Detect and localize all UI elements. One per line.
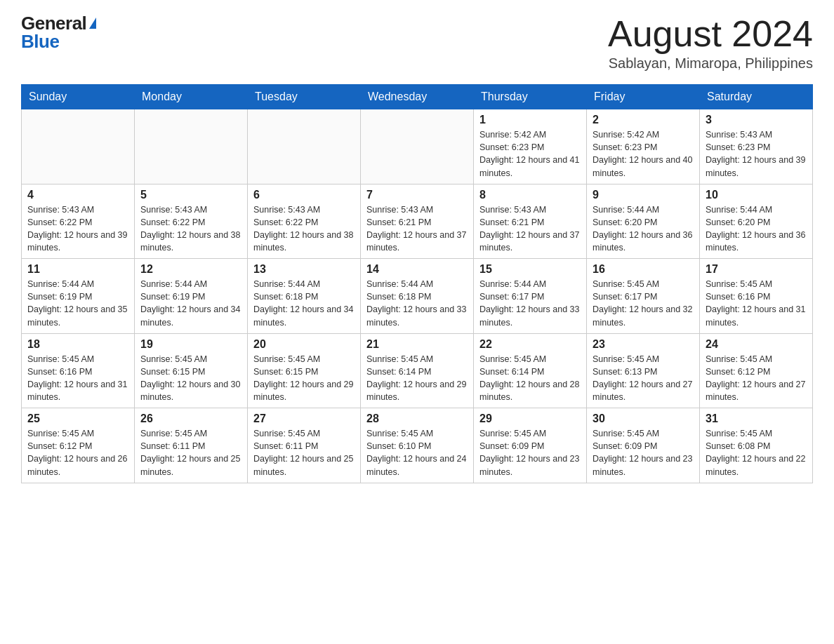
day-info: Sunrise: 5:45 AMSunset: 6:15 PMDaylight:… [140, 353, 241, 404]
weekday-header-sunday: Sunday [22, 85, 135, 109]
calendar-cell: 10Sunrise: 5:44 AMSunset: 6:20 PMDayligh… [700, 184, 813, 259]
weekday-header-wednesday: Wednesday [361, 85, 474, 109]
day-info: Sunrise: 5:45 AMSunset: 6:10 PMDaylight:… [366, 427, 468, 478]
day-info: Sunrise: 5:45 AMSunset: 6:11 PMDaylight:… [140, 427, 241, 478]
day-number: 2 [593, 114, 694, 126]
day-number: 15 [479, 263, 581, 276]
calendar-cell: 23Sunrise: 5:45 AMSunset: 6:13 PMDayligh… [587, 333, 700, 408]
calendar-cell: 14Sunrise: 5:44 AMSunset: 6:18 PMDayligh… [361, 259, 474, 334]
day-number: 21 [366, 338, 468, 351]
day-number: 11 [27, 263, 128, 276]
day-number: 8 [479, 189, 581, 201]
day-info: Sunrise: 5:42 AMSunset: 6:23 PMDaylight:… [479, 128, 581, 180]
day-info: Sunrise: 5:44 AMSunset: 6:19 PMDaylight:… [140, 278, 241, 329]
logo-blue-text: Blue [21, 32, 59, 51]
day-number: 20 [253, 338, 355, 351]
month-year-title: August 2024 [608, 14, 813, 54]
calendar-cell: 31Sunrise: 5:45 AMSunset: 6:08 PMDayligh… [700, 408, 813, 483]
day-info: Sunrise: 5:45 AMSunset: 6:14 PMDaylight:… [479, 353, 581, 404]
day-info: Sunrise: 5:43 AMSunset: 6:21 PMDaylight:… [366, 203, 468, 255]
calendar-week-row: 25Sunrise: 5:45 AMSunset: 6:12 PMDayligh… [22, 408, 813, 483]
day-info: Sunrise: 5:43 AMSunset: 6:22 PMDaylight:… [140, 203, 241, 255]
calendar-cell: 24Sunrise: 5:45 AMSunset: 6:12 PMDayligh… [700, 333, 813, 408]
logo-triangle-icon [89, 18, 96, 29]
day-info: Sunrise: 5:42 AMSunset: 6:23 PMDaylight:… [593, 128, 694, 180]
calendar-week-row: 11Sunrise: 5:44 AMSunset: 6:19 PMDayligh… [22, 259, 813, 334]
weekday-header-monday: Monday [135, 85, 248, 109]
day-number: 6 [253, 189, 355, 201]
calendar-cell: 5Sunrise: 5:43 AMSunset: 6:22 PMDaylight… [135, 184, 248, 259]
calendar-cell: 22Sunrise: 5:45 AMSunset: 6:14 PMDayligh… [474, 333, 587, 408]
day-info: Sunrise: 5:43 AMSunset: 6:21 PMDaylight:… [479, 203, 581, 255]
day-info: Sunrise: 5:45 AMSunset: 6:13 PMDaylight:… [593, 353, 694, 404]
calendar-cell: 2Sunrise: 5:42 AMSunset: 6:23 PMDaylight… [587, 109, 700, 185]
day-number: 30 [593, 412, 694, 425]
day-number: 7 [366, 189, 468, 201]
weekday-header-row: SundayMondayTuesdayWednesdayThursdayFrid… [22, 85, 813, 109]
day-number: 23 [593, 338, 694, 351]
day-info: Sunrise: 5:45 AMSunset: 6:09 PMDaylight:… [593, 427, 694, 478]
calendar-cell: 12Sunrise: 5:44 AMSunset: 6:19 PMDayligh… [135, 259, 248, 334]
calendar-cell: 25Sunrise: 5:45 AMSunset: 6:12 PMDayligh… [22, 408, 135, 483]
calendar-cell [135, 109, 248, 185]
day-number: 26 [140, 412, 241, 425]
title-block: August 2024 Sablayan, Mimaropa, Philippi… [608, 14, 813, 72]
day-info: Sunrise: 5:45 AMSunset: 6:16 PMDaylight:… [706, 278, 807, 329]
day-number: 3 [706, 114, 807, 126]
day-info: Sunrise: 5:45 AMSunset: 6:15 PMDaylight:… [253, 353, 355, 404]
day-number: 4 [27, 189, 128, 201]
day-info: Sunrise: 5:44 AMSunset: 6:20 PMDaylight:… [706, 203, 807, 255]
calendar-cell: 26Sunrise: 5:45 AMSunset: 6:11 PMDayligh… [135, 408, 248, 483]
calendar-week-row: 4Sunrise: 5:43 AMSunset: 6:22 PMDaylight… [22, 184, 813, 259]
day-number: 14 [366, 263, 468, 276]
calendar-cell [248, 109, 361, 185]
day-info: Sunrise: 5:45 AMSunset: 6:12 PMDaylight:… [27, 427, 128, 478]
calendar-cell: 17Sunrise: 5:45 AMSunset: 6:16 PMDayligh… [700, 259, 813, 334]
calendar-cell: 15Sunrise: 5:44 AMSunset: 6:17 PMDayligh… [474, 259, 587, 334]
calendar-cell: 20Sunrise: 5:45 AMSunset: 6:15 PMDayligh… [248, 333, 361, 408]
calendar-cell: 27Sunrise: 5:45 AMSunset: 6:11 PMDayligh… [248, 408, 361, 483]
calendar-cell: 28Sunrise: 5:45 AMSunset: 6:10 PMDayligh… [361, 408, 474, 483]
logo-general-text: General [21, 14, 86, 32]
day-info: Sunrise: 5:44 AMSunset: 6:18 PMDaylight:… [253, 278, 355, 329]
calendar-cell: 13Sunrise: 5:44 AMSunset: 6:18 PMDayligh… [248, 259, 361, 334]
calendar-cell: 29Sunrise: 5:45 AMSunset: 6:09 PMDayligh… [474, 408, 587, 483]
calendar-cell: 21Sunrise: 5:45 AMSunset: 6:14 PMDayligh… [361, 333, 474, 408]
calendar-cell: 8Sunrise: 5:43 AMSunset: 6:21 PMDaylight… [474, 184, 587, 259]
day-number: 12 [140, 263, 241, 276]
calendar-cell [361, 109, 474, 185]
day-number: 25 [27, 412, 128, 425]
day-info: Sunrise: 5:44 AMSunset: 6:19 PMDaylight:… [27, 278, 128, 329]
calendar-week-row: 18Sunrise: 5:45 AMSunset: 6:16 PMDayligh… [22, 333, 813, 408]
day-info: Sunrise: 5:45 AMSunset: 6:16 PMDaylight:… [27, 353, 128, 404]
day-info: Sunrise: 5:43 AMSunset: 6:22 PMDaylight:… [27, 203, 128, 255]
day-number: 19 [140, 338, 241, 351]
day-number: 29 [479, 412, 581, 425]
calendar-week-row: 1Sunrise: 5:42 AMSunset: 6:23 PMDaylight… [22, 109, 813, 185]
calendar-cell: 9Sunrise: 5:44 AMSunset: 6:20 PMDaylight… [587, 184, 700, 259]
day-number: 13 [253, 263, 355, 276]
calendar-cell: 4Sunrise: 5:43 AMSunset: 6:22 PMDaylight… [22, 184, 135, 259]
weekday-header-friday: Friday [587, 85, 700, 109]
calendar-cell: 16Sunrise: 5:45 AMSunset: 6:17 PMDayligh… [587, 259, 700, 334]
day-info: Sunrise: 5:45 AMSunset: 6:14 PMDaylight:… [366, 353, 468, 404]
day-number: 31 [706, 412, 807, 425]
page-header: General Blue August 2024 Sablayan, Mimar… [21, 14, 813, 72]
day-number: 18 [27, 338, 128, 351]
calendar-table: SundayMondayTuesdayWednesdayThursdayFrid… [21, 84, 813, 483]
calendar-cell: 19Sunrise: 5:45 AMSunset: 6:15 PMDayligh… [135, 333, 248, 408]
calendar-cell [22, 109, 135, 185]
day-number: 5 [140, 189, 241, 201]
day-info: Sunrise: 5:45 AMSunset: 6:08 PMDaylight:… [706, 427, 807, 478]
day-number: 28 [366, 412, 468, 425]
day-number: 22 [479, 338, 581, 351]
day-info: Sunrise: 5:44 AMSunset: 6:18 PMDaylight:… [366, 278, 468, 329]
day-number: 1 [479, 114, 581, 126]
day-info: Sunrise: 5:43 AMSunset: 6:23 PMDaylight:… [706, 128, 807, 180]
day-info: Sunrise: 5:44 AMSunset: 6:20 PMDaylight:… [593, 203, 694, 255]
day-info: Sunrise: 5:44 AMSunset: 6:17 PMDaylight:… [479, 278, 581, 329]
day-info: Sunrise: 5:45 AMSunset: 6:17 PMDaylight:… [593, 278, 694, 329]
calendar-cell: 6Sunrise: 5:43 AMSunset: 6:22 PMDaylight… [248, 184, 361, 259]
calendar-cell: 1Sunrise: 5:42 AMSunset: 6:23 PMDaylight… [474, 109, 587, 185]
day-info: Sunrise: 5:45 AMSunset: 6:12 PMDaylight:… [706, 353, 807, 404]
